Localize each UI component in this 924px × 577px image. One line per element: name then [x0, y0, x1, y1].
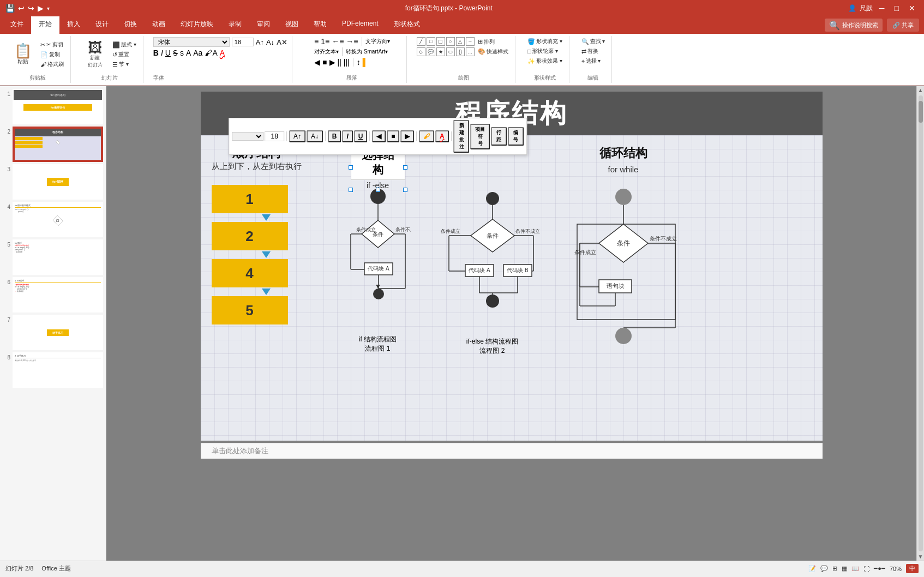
slide-thumb-1[interactable]: 1 for 循环语句 for循环语句 [3, 89, 103, 124]
present-icon[interactable]: ▶ [38, 4, 44, 13]
undo-icon[interactable]: ↩ [18, 4, 25, 13]
highlight-button[interactable]: 🖌A [205, 49, 217, 57]
tab-review[interactable]: 审阅 [249, 16, 278, 34]
max-button[interactable]: □ [891, 3, 902, 14]
align-center-button[interactable]: ■ [322, 58, 327, 67]
tab-pdfelement[interactable]: PDFelement [334, 16, 386, 34]
mt-font-color-button[interactable]: A [435, 130, 449, 142]
view-slide-button[interactable]: ▦ [842, 565, 847, 572]
spacing-button[interactable]: A [186, 49, 191, 57]
share-button[interactable]: 🔗 共享 [887, 19, 919, 32]
arrow-shape[interactable]: → [466, 37, 475, 46]
canvas-area[interactable]: 程序结构 顺序结构 从上到下，从左到右执行 1 2 4 [106, 86, 916, 561]
language-badge[interactable]: 中 [906, 564, 919, 573]
increase-indent-button[interactable]: →≡ [346, 37, 358, 46]
case-button[interactable]: Aa [193, 49, 202, 57]
mt-linespace-button[interactable]: 行距 [491, 127, 507, 146]
close-button[interactable]: ✕ [905, 3, 919, 14]
tab-transitions[interactable]: 切换 [116, 16, 145, 34]
font-shrink-button[interactable]: A↓ [266, 38, 274, 46]
view-slideshow-button[interactable]: ⛶ [863, 566, 869, 572]
rounded-rect-shape[interactable]: ▢ [436, 37, 445, 46]
notes-button[interactable]: 📝 [808, 565, 816, 572]
strikethrough-button[interactable]: S̶ [173, 49, 178, 57]
slide-image-2[interactable]: 程序结构 [13, 127, 103, 162]
oval-shape[interactable]: ○ [446, 37, 455, 46]
line-spacing-button[interactable]: ↕ [357, 58, 361, 67]
slide-image-3[interactable]: for循环 [13, 164, 103, 200]
find-button[interactable]: 🔍 查找 ▾ [579, 37, 608, 46]
comments-button[interactable]: 💬 [820, 565, 828, 572]
slide-thumb-2[interactable]: 2 程序结构 [3, 127, 103, 162]
mt-highlight-button[interactable]: 🖌 [419, 130, 434, 142]
bullets-button[interactable]: ≡ [314, 37, 319, 46]
triangle-shape[interactable]: △ [456, 37, 465, 46]
slide-image-8[interactable]: 2. 动手练习 课堂练102,300 道一共几数字 [13, 352, 103, 388]
slide-image-6[interactable]: 1. for循环 ●循环语句基本格式 for i in range(1,101)… [13, 277, 103, 312]
mt-align-right-button[interactable]: ▶ [400, 130, 414, 142]
slide-thumb-8[interactable]: 8 2. 动手练习 课堂练102,300 道一共几数字 [3, 352, 103, 388]
rect-shape[interactable]: □ [427, 37, 435, 46]
slide-thumb-4[interactable]: 4 for循环基本格式 for i in range(...): print(i… [3, 202, 103, 237]
smartart-button[interactable]: 转换为 SmartArt▾ [346, 48, 388, 56]
tab-insert[interactable]: 插入 [59, 16, 88, 34]
italic-button[interactable]: I [161, 49, 163, 57]
scroll-track[interactable] [919, 95, 923, 551]
align-right-button[interactable]: ▶ [329, 58, 335, 67]
mt-grow-button[interactable]: A↑ [289, 130, 305, 142]
slide-image-1[interactable]: for 循环语句 for循环语句 [13, 89, 103, 124]
mt-new-batch-button[interactable]: 新建批注 [454, 120, 470, 153]
tab-file[interactable]: 文件 [3, 16, 31, 34]
bracket-shape[interactable]: {} [456, 47, 465, 56]
mt-items-button[interactable]: 项目符号 [471, 124, 490, 149]
slide-image-4[interactable]: for循环基本格式 for i in range(...): print(i) … [13, 202, 103, 237]
slide-thumb-6[interactable]: 6 1. for循环 ●循环语句基本格式 for i in range(1,10… [3, 277, 103, 312]
slide-thumb-5[interactable]: 5 for循环 ●循环语句基本格式 for i in range(1,101):… [3, 239, 103, 275]
slide-panel[interactable]: 1 for 循环语句 for循环语句 2 [0, 86, 106, 561]
seq-block-5[interactable]: 5 [212, 296, 288, 324]
window-controls[interactable]: 👤 尺默 ─ □ ✕ [848, 3, 919, 14]
shape-outline-button[interactable]: □ 形状轮廓 ▾ [525, 47, 565, 56]
zoom-slider[interactable]: ━●━ [874, 565, 885, 572]
text-direction-button[interactable]: 文字方向▾ [365, 38, 390, 45]
diamond-shape[interactable]: ◇ [417, 47, 425, 56]
slide-image-7[interactable]: 动手练习 [13, 315, 103, 350]
arrange-button[interactable]: ⊞ 排列 [476, 38, 511, 46]
mt-font-size[interactable] [265, 131, 284, 141]
format-painter-button[interactable]: 🖌 格式刷 [38, 60, 66, 69]
mt-font-select[interactable] [232, 132, 264, 141]
paste-button[interactable]: 📋 粘贴 [9, 37, 37, 72]
columns-button[interactable]: ||| [344, 58, 350, 67]
justify-button[interactable]: || [338, 58, 341, 67]
seq-block-4[interactable]: 4 [212, 259, 288, 287]
section-button[interactable]: ☰ 节 ▾ [110, 60, 139, 69]
scroll-down-arrow[interactable]: ▼ [918, 554, 923, 560]
mini-toolbar[interactable]: A↑ A↓ B I U ◀ ■ ▶ 🖌 A 新建批注 [229, 118, 527, 155]
tab-slideshow[interactable]: 幻灯片放映 [173, 16, 221, 34]
notes-placeholder[interactable]: 单击此处添加备注 [212, 447, 268, 455]
shadow-button[interactable]: s [180, 49, 184, 57]
view-reading-button[interactable]: 📖 [851, 565, 859, 572]
mt-number-button[interactable]: 编号 [508, 127, 524, 146]
tab-home[interactable]: 开始 [31, 16, 59, 34]
star-shape[interactable]: ★ [436, 47, 445, 56]
min-button[interactable]: ─ [876, 3, 888, 14]
slide-thumb-7[interactable]: 7 动手练习 [3, 315, 103, 350]
notes-bar[interactable]: 单击此处添加备注 [201, 443, 823, 459]
redo-icon[interactable]: ↪ [28, 4, 34, 13]
mt-underline-button[interactable]: U [354, 130, 368, 142]
tab-view[interactable]: 视图 [278, 16, 306, 34]
seq-block-2[interactable]: 2 [212, 222, 288, 250]
line-shape[interactable]: ╱ [417, 37, 425, 46]
tab-help[interactable]: 帮助 [306, 16, 334, 34]
font-color-button[interactable]: A [220, 49, 225, 57]
quick-access-toolbar[interactable]: 💾 ↩ ↪ ▶ ▾ [5, 4, 50, 13]
align-left-button[interactable]: ◀ [314, 58, 320, 67]
seq-block-1[interactable]: 1 [212, 185, 288, 213]
para-highlight-button[interactable]: ▌ [363, 58, 368, 67]
right-scrollbar[interactable]: ▲ ▼ [916, 86, 924, 561]
view-normal-button[interactable]: ⊞ [832, 565, 837, 572]
slide-body[interactable]: 顺序结构 从上到下，从左到右执行 1 2 4 5 [201, 135, 823, 441]
new-slide-button[interactable]: 🖼 新建 幻灯片 [81, 37, 109, 72]
underline-button[interactable]: U [165, 49, 171, 57]
